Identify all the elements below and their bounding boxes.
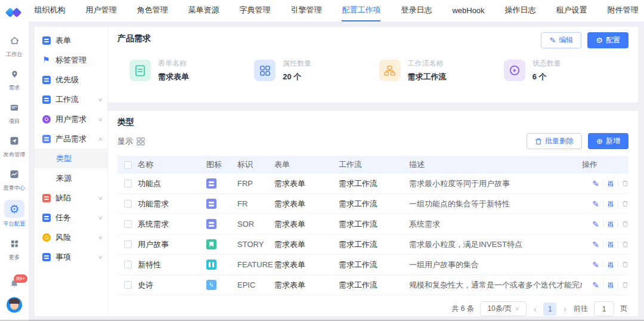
table-row: 史诗ϟEPIC需求表单需求工作流规模和复杂性大，通常是一个或者多个迭代才能完成	[117, 275, 628, 295]
next-page-button[interactable]: ›	[562, 304, 568, 314]
row-edit-button[interactable]	[592, 179, 599, 189]
row-config-button[interactable]	[607, 261, 614, 268]
row-config-button[interactable]	[607, 241, 614, 248]
rail-item-workbench[interactable]: 工作台	[0, 29, 29, 63]
row-config-button[interactable]	[607, 282, 614, 289]
row-edit-button[interactable]	[592, 240, 599, 249]
page-size-select[interactable]: 10条/页 ∨	[480, 301, 527, 316]
batch-delete-button[interactable]: 批量删除	[527, 133, 582, 149]
goto-page-input[interactable]	[594, 301, 614, 316]
sidebar-item-priority[interactable]: 优先级	[35, 70, 107, 89]
table-row: 用户故事STORY需求表单需求工作流需求最小粒度，满足INVEST特点	[117, 234, 628, 255]
tab-menu-resources[interactable]: 菜单资源	[188, 0, 219, 21]
rail-item-release[interactable]: 发布管理	[0, 129, 29, 163]
tab-operation-log[interactable]: 操作日志	[505, 0, 536, 21]
config-button[interactable]: 配置	[587, 32, 628, 48]
rail-item-requirements[interactable]: 需求	[0, 63, 29, 96]
rail-item-metrics[interactable]: 度量中心	[0, 163, 29, 196]
config-sidebar: 表单 标签管理 优先级 工作流 用户需求 产品需求	[35, 27, 107, 316]
sidebar-item-product-requirement[interactable]: 产品需求	[35, 129, 107, 149]
release-icon	[5, 133, 23, 149]
chevron-down-icon	[98, 195, 103, 201]
rail-item-project[interactable]: 项目	[0, 96, 29, 129]
row-delete-button[interactable]	[622, 200, 628, 207]
sidebar-item-workflow[interactable]: 工作流	[35, 89, 107, 109]
sidebar-item-type[interactable]: 类型	[35, 149, 107, 168]
sliders-icon	[607, 261, 614, 268]
display-grid-icon[interactable]	[137, 137, 145, 146]
sidebar-item-defect[interactable]: 缺陷	[35, 188, 107, 208]
product-requirement-icon	[42, 135, 51, 143]
page-unit-label: 页	[620, 304, 627, 314]
section-title: 类型	[117, 117, 628, 128]
trash-icon	[622, 241, 628, 248]
stat-form-name: 表单名称 需求表单	[129, 58, 254, 82]
tab-dictionary[interactable]: 字典管理	[239, 0, 270, 21]
trash-icon	[622, 180, 628, 187]
total-count: 共 6 条	[451, 304, 473, 314]
tab-work-item-config[interactable]: 配置工作项	[342, 0, 380, 21]
type-name: 功能点	[138, 178, 206, 189]
current-page[interactable]: 1	[543, 303, 556, 316]
row-config-button[interactable]	[607, 180, 614, 187]
user-requirement-icon	[42, 115, 51, 124]
rail-item-label: 平台配置	[4, 220, 26, 228]
sidebar-item-risk[interactable]: 风险	[35, 227, 107, 247]
type-code: FR	[237, 199, 274, 208]
rail-item-platform-config[interactable]: ⚙ 平台配置	[0, 196, 29, 232]
sidebar-item-form[interactable]: 表单	[35, 30, 107, 50]
row-config-button[interactable]	[607, 221, 614, 228]
row-checkbox[interactable]	[124, 200, 132, 208]
row-checkbox[interactable]	[124, 281, 132, 289]
tab-login-log[interactable]: 登录日志	[401, 0, 432, 21]
row-checkbox[interactable]	[124, 261, 132, 268]
tab-user-management[interactable]: 用户管理	[85, 0, 116, 21]
tab-tenant-settings[interactable]: 租户设置	[556, 0, 587, 21]
prev-page-button[interactable]: ‹	[532, 304, 538, 314]
type-icon	[206, 199, 216, 209]
rail-item-label: 更多	[9, 254, 20, 261]
rail-item-more[interactable]: 更多	[0, 232, 29, 266]
row-delete-button[interactable]	[622, 180, 628, 187]
sidebar-item-tag-management[interactable]: 标签管理	[35, 50, 107, 70]
row-edit-button[interactable]	[592, 220, 599, 229]
row-config-button[interactable]	[607, 200, 614, 208]
type-description: 一组功能点的集合等于新特性	[409, 199, 582, 209]
type-description: 规模和复杂性大，通常是一个或者多个迭代才能完成	[409, 280, 582, 291]
gear-icon: ⚙	[4, 200, 24, 218]
sliders-icon	[607, 221, 614, 228]
row-edit-button[interactable]	[592, 260, 599, 270]
row-edit-button[interactable]	[592, 280, 599, 290]
tab-role-management[interactable]: 角色管理	[137, 0, 168, 21]
edit-button[interactable]: 编辑	[541, 32, 581, 48]
sidebar-item-matter[interactable]: 事项	[35, 247, 107, 267]
row-checkbox[interactable]	[124, 180, 132, 187]
type-workflow: 需求工作流	[339, 239, 409, 250]
tab-engine[interactable]: 引擎管理	[290, 0, 321, 21]
sidebar-item-source[interactable]: 来源	[35, 168, 107, 188]
row-checkbox[interactable]	[124, 240, 132, 248]
tab-organization[interactable]: 组织机构	[34, 0, 65, 21]
row-checkbox[interactable]	[124, 220, 132, 228]
type-description: 需求最小粒度等同于用户故事	[409, 178, 582, 189]
tab-webhook[interactable]: webHook	[452, 0, 484, 21]
metrics-icon	[5, 166, 23, 182]
form-doc-icon	[129, 60, 151, 81]
type-icon: ϟ	[206, 280, 216, 290]
notifications-bell[interactable]: 99+	[10, 279, 19, 289]
left-rail: 工作台 需求 项目 发布管理 度量中心 ⚙	[0, 0, 29, 321]
type-workflow: 需求工作流	[339, 280, 409, 291]
select-all-checkbox[interactable]	[124, 161, 132, 169]
user-avatar[interactable]	[7, 297, 22, 313]
tab-attachment[interactable]: 附件管理	[608, 0, 639, 21]
sidebar-item-task[interactable]: 任务	[35, 208, 107, 227]
row-delete-button[interactable]	[622, 241, 628, 248]
type-form: 需求表单	[274, 280, 339, 291]
row-delete-button[interactable]	[622, 261, 628, 268]
row-edit-button[interactable]	[592, 199, 599, 209]
type-code: FEATURE	[237, 260, 274, 269]
row-delete-button[interactable]	[622, 221, 628, 227]
add-button[interactable]: 新增	[588, 133, 628, 149]
sidebar-item-user-requirement[interactable]: 用户需求	[35, 109, 107, 129]
row-delete-button[interactable]	[622, 282, 628, 288]
